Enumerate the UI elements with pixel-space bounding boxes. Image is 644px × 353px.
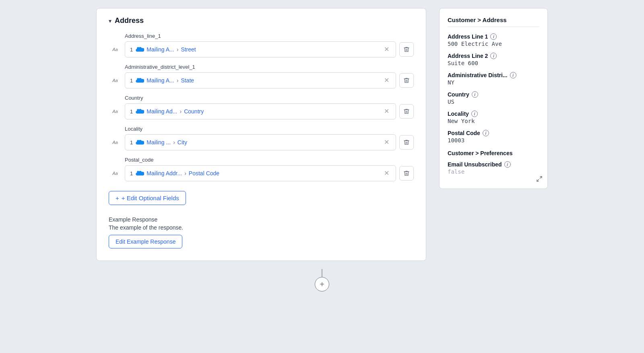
field-target-3: City: [178, 139, 187, 146]
field-label-locality: Locality: [125, 126, 414, 132]
right-field-country: Country i US: [448, 91, 539, 105]
right-field-value-postal-code: 10003: [448, 137, 539, 144]
right-preferences-title: Customer > Preferences: [448, 150, 539, 156]
info-icon-postal-code[interactable]: i: [483, 130, 489, 136]
salesforce-cloud-icon-2: [135, 108, 144, 115]
delete-btn-4[interactable]: [399, 166, 414, 181]
plus-circle-icon: +: [320, 280, 324, 288]
right-field-admin-district: Administrative Distri... i NY: [448, 72, 539, 86]
edit-optional-fields-label: + Edit Optional Fields: [122, 195, 179, 201]
info-icon-address-line-1[interactable]: i: [490, 33, 497, 40]
field-path-2: Mailing Ad...: [147, 108, 177, 115]
field-path-0: Mailing A...: [147, 46, 174, 53]
plus-icon: +: [116, 195, 119, 201]
badge-num-4: 1: [130, 170, 133, 176]
edit-example-response-label: Edit Example Response: [116, 238, 175, 245]
right-field-value-address-line-2: Suite 600: [448, 60, 539, 66]
field-group-admin-district: Administrative_district_level_1 Aa 1: [109, 64, 414, 88]
right-field-email-unsubscribed: Email Unsubscribed i false: [448, 161, 539, 175]
delete-btn-0[interactable]: [399, 42, 414, 57]
field-group-country: Country Aa 1: [109, 95, 414, 119]
field-row-address-line-1: Aa 1 Mailing A...: [109, 41, 414, 57]
address-section-panel: ▾ Address Address_line_1 Aa 1: [96, 8, 426, 261]
example-response-section: Example Response The example of the resp…: [109, 216, 414, 248]
right-panel-title: Customer > Address: [448, 16, 539, 27]
clear-btn-2[interactable]: ✕: [382, 107, 391, 115]
right-field-value-locality: New York: [448, 118, 539, 124]
badge-num-3: 1: [130, 140, 133, 146]
type-icon-address-line-1: Aa: [109, 43, 122, 56]
field-target-2: Country: [184, 108, 204, 115]
info-icon-country[interactable]: i: [472, 91, 478, 98]
clear-btn-0[interactable]: ✕: [382, 45, 391, 53]
type-icon-admin-district: Aa: [109, 74, 122, 87]
right-field-value-email-unsubscribed: false: [448, 168, 539, 175]
right-field-address-line-2: Address Line 2 i Suite 600: [448, 53, 539, 66]
field-group-postal-code: Postal_code Aa 1: [109, 157, 414, 181]
right-field-value-admin-district: NY: [448, 79, 539, 86]
add-node-btn-area: +: [315, 277, 329, 291]
section-header: ▾ Address: [109, 16, 414, 25]
add-node-button[interactable]: +: [315, 277, 329, 291]
field-input-address-line-1[interactable]: 1 Mailing A... › Street: [125, 41, 396, 57]
field-label-country: Country: [125, 95, 414, 101]
badge-num-1: 1: [130, 78, 133, 84]
svg-line-1: [537, 179, 539, 181]
right-field-name-postal-code: Postal Code: [448, 130, 480, 136]
expand-panel-button[interactable]: [536, 176, 543, 184]
field-target-0: Street: [181, 46, 196, 53]
fields-list: Address_line_1 Aa 1: [109, 33, 414, 181]
arrow-sep-1: ›: [177, 77, 179, 84]
salesforce-cloud-icon-0: [135, 46, 144, 53]
arrow-sep-2: ›: [180, 108, 182, 115]
field-target-4: Postal Code: [189, 170, 219, 176]
field-row-country: Aa 1 Mailing Ad...: [109, 103, 414, 119]
field-label-postal-code: Postal_code: [125, 157, 414, 163]
connector-line: [322, 269, 322, 277]
field-input-locality[interactable]: 1 Mailing ... › City: [125, 134, 396, 150]
info-icon-locality[interactable]: i: [471, 111, 478, 117]
field-label-address-line-1: Address_line_1: [125, 33, 414, 39]
delete-btn-2[interactable]: [399, 104, 414, 119]
right-field-name-country: Country: [448, 91, 469, 98]
edit-optional-fields-button[interactable]: + + Edit Optional Fields: [109, 191, 186, 205]
edit-example-response-button[interactable]: Edit Example Response: [109, 235, 182, 248]
clear-btn-1[interactable]: ✕: [382, 76, 391, 84]
arrow-sep-0: ›: [177, 46, 179, 53]
field-input-admin-district[interactable]: 1 Mailing A... › State: [125, 72, 396, 88]
salesforce-cloud-icon-4: [135, 170, 144, 176]
field-row-postal-code: Aa 1 Mailing Addr...: [109, 165, 414, 181]
field-group-locality: Locality Aa 1: [109, 126, 414, 150]
field-group-address-line-1: Address_line_1 Aa 1: [109, 33, 414, 57]
section-title: Address: [115, 16, 144, 25]
collapse-chevron[interactable]: ▾: [109, 18, 111, 24]
info-icon-email-unsubscribed[interactable]: i: [504, 161, 511, 168]
delete-btn-3[interactable]: [399, 135, 414, 150]
svg-line-0: [540, 176, 542, 179]
right-field-name-address-line-1: Address Line 1: [448, 33, 488, 40]
right-field-postal-code: Postal Code i 10003: [448, 130, 539, 144]
field-input-country[interactable]: 1 Mailing Ad... › Country: [125, 103, 396, 119]
field-path-1: Mailing A...: [147, 77, 174, 84]
info-icon-admin-district[interactable]: i: [510, 72, 516, 78]
field-row-locality: Aa 1 Mailing ...: [109, 134, 414, 150]
type-icon-postal-code: Aa: [109, 167, 122, 180]
right-field-name-address-line-2: Address Line 2: [448, 53, 488, 59]
right-field-name-locality: Locality: [448, 111, 469, 117]
right-info-panel: Customer > Address Address Line 1 i 500 …: [439, 8, 548, 189]
field-path-3: Mailing ...: [147, 139, 171, 146]
delete-btn-1[interactable]: [399, 73, 414, 88]
arrow-sep-3: ›: [173, 139, 175, 146]
salesforce-cloud-icon-1: [135, 77, 144, 84]
badge-num-2: 1: [130, 109, 133, 115]
right-field-address-line-1: Address Line 1 i 500 Electric Ave: [448, 33, 539, 47]
field-input-postal-code[interactable]: 1 Mailing Addr... › Postal Code: [125, 165, 396, 181]
right-field-value-address-line-1: 500 Electric Ave: [448, 41, 539, 47]
clear-btn-3[interactable]: ✕: [382, 138, 391, 146]
right-field-locality: Locality i New York: [448, 111, 539, 124]
info-icon-address-line-2[interactable]: i: [490, 53, 497, 59]
clear-btn-4[interactable]: ✕: [382, 169, 391, 177]
right-field-name-email-unsubscribed: Email Unsubscribed: [448, 161, 502, 168]
field-target-1: State: [181, 77, 194, 84]
badge-num-0: 1: [130, 47, 133, 53]
